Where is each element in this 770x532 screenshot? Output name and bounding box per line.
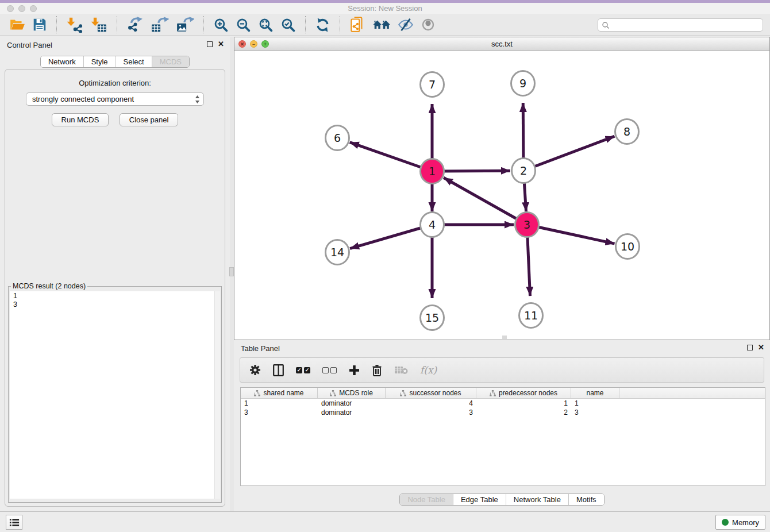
- tab-network[interactable]: Network: [41, 56, 83, 67]
- column-header-successor-nodes[interactable]: successor nodes: [386, 388, 476, 398]
- cell-predecessor-nodes[interactable]: 1: [476, 399, 571, 408]
- export-network-button[interactable]: [123, 15, 147, 34]
- column-label: shared name: [263, 389, 303, 397]
- mcds-panel-body: Optimization criterion: strongly connect…: [5, 69, 225, 507]
- graph-edge-3-1[interactable]: [444, 178, 527, 225]
- mcds-result-scrollbar[interactable]: [214, 291, 220, 499]
- close-table-panel-icon[interactable]: ✕: [758, 344, 764, 351]
- export-table-icon: [151, 17, 169, 33]
- cell-shared-name[interactable]: 3: [241, 408, 318, 417]
- graph-edge-3-10[interactable]: [527, 225, 615, 244]
- deselect-all-columns-button[interactable]: [322, 367, 337, 373]
- canvas-scroll-thumb[interactable]: [502, 336, 507, 339]
- network-canvas[interactable]: 1234678910111415: [234, 51, 769, 340]
- graph-node-label: 4: [429, 218, 436, 231]
- splitter-handle[interactable]: [229, 267, 234, 276]
- network-window-titlebar[interactable]: ✕ – + scc.txt: [234, 37, 769, 51]
- hide-selected-button[interactable]: [394, 15, 417, 34]
- search-input[interactable]: [610, 20, 763, 30]
- graph-node-label: 1: [429, 165, 436, 178]
- tab-node-table[interactable]: Node Table: [400, 494, 453, 505]
- cell-successor-nodes[interactable]: 3: [386, 408, 476, 417]
- checked-box-icon: ✓: [296, 367, 302, 373]
- memory-status-icon: [722, 519, 729, 526]
- graph-node-4[interactable]: 4: [421, 213, 444, 237]
- cell-shared-name[interactable]: 1: [241, 399, 318, 408]
- column-header-shared-name[interactable]: shared name: [241, 388, 318, 398]
- column-layout-button[interactable]: [273, 364, 284, 376]
- float-table-panel-icon[interactable]: [747, 345, 753, 350]
- graph-node-label: 14: [330, 246, 344, 259]
- open-session-button[interactable]: [6, 15, 29, 34]
- run-mcds-button[interactable]: Run MCDS: [52, 113, 109, 126]
- cell-successor-nodes[interactable]: 4: [386, 399, 476, 408]
- column-label: predecessor nodes: [499, 389, 557, 397]
- tab-select[interactable]: Select: [116, 56, 152, 67]
- delete-table-button[interactable]: [394, 365, 408, 375]
- table-settings-button[interactable]: [249, 364, 261, 376]
- zoom-fit-button[interactable]: [255, 15, 277, 34]
- criterion-dropdown[interactable]: strongly connected component: [26, 92, 204, 106]
- import-table-button[interactable]: [87, 15, 111, 34]
- cell-mcds-role[interactable]: dominator: [318, 399, 386, 408]
- apply-preferred-layout-button[interactable]: [311, 15, 334, 34]
- mcds-result-list[interactable]: 1 3: [10, 291, 220, 499]
- table-row[interactable]: 3 dominator 3 2 3: [241, 408, 765, 417]
- graph-node-6[interactable]: 6: [326, 126, 349, 151]
- cell-name[interactable]: 3: [571, 408, 619, 417]
- export-table-button[interactable]: [147, 15, 172, 34]
- tab-edge-table[interactable]: Edge Table: [453, 494, 506, 505]
- graph-node-15[interactable]: 15: [421, 306, 444, 330]
- attribute-type-icon: [490, 390, 496, 396]
- save-session-button[interactable]: [29, 15, 51, 34]
- add-column-button[interactable]: [349, 365, 360, 376]
- panel-splitter[interactable]: [230, 37, 234, 511]
- show-all-networks-button[interactable]: [369, 15, 394, 34]
- column-header-mcds-role[interactable]: MCDS role: [318, 388, 386, 398]
- export-image-button[interactable]: [172, 15, 198, 34]
- graph-node-8[interactable]: 8: [615, 119, 639, 144]
- memory-button[interactable]: Memory: [715, 515, 765, 530]
- select-all-columns-button[interactable]: ✓ ✓: [296, 367, 310, 373]
- graph-edge-4-14[interactable]: [350, 225, 432, 249]
- import-network-button[interactable]: [63, 15, 87, 34]
- close-panel-button[interactable]: Close panel: [120, 113, 179, 126]
- mcds-result-fieldset: MCDS result (2 nodes) 1 3: [8, 282, 222, 503]
- graph-node-1[interactable]: 1: [421, 159, 444, 184]
- delete-column-button[interactable]: [372, 364, 382, 376]
- graph-edge-1-6[interactable]: [350, 142, 432, 171]
- optimization-criterion-label: Optimization criterion:: [5, 79, 225, 87]
- graph-node-3[interactable]: 3: [515, 213, 539, 237]
- float-panel-icon[interactable]: [207, 41, 213, 47]
- search-field[interactable]: [598, 18, 763, 32]
- graph-node-10[interactable]: 10: [616, 234, 640, 259]
- zoom-out-button[interactable]: [232, 15, 255, 34]
- show-hidden-button[interactable]: [417, 15, 439, 34]
- export-image-icon: [176, 17, 194, 33]
- cell-predecessor-nodes[interactable]: 2: [476, 408, 571, 417]
- column-header-name[interactable]: name: [571, 388, 619, 398]
- cell-name[interactable]: 1: [571, 399, 619, 408]
- tab-mcds[interactable]: MCDS: [152, 56, 189, 67]
- graph-node-9[interactable]: 9: [511, 71, 535, 96]
- graph-node-14[interactable]: 14: [326, 240, 349, 265]
- graph-node-11[interactable]: 11: [519, 303, 543, 328]
- plus-icon: [349, 365, 360, 376]
- close-panel-icon[interactable]: ✕: [218, 41, 224, 48]
- graph-node-7[interactable]: 7: [421, 72, 444, 97]
- function-builder-button[interactable]: f(x): [420, 364, 437, 376]
- graph-node-2[interactable]: 2: [512, 159, 536, 183]
- unchecked-box-icon: [330, 367, 337, 373]
- clone-network-button[interactable]: [346, 15, 369, 34]
- tab-motifs[interactable]: Motifs: [568, 494, 604, 505]
- show-panels-button[interactable]: [6, 515, 22, 530]
- graph-edge-2-8[interactable]: [523, 136, 614, 171]
- column-header-predecessor-nodes[interactable]: predecessor nodes: [476, 388, 571, 398]
- table-panel-title: Table Panel: [241, 344, 280, 353]
- table-row[interactable]: 1 dominator 4 1 1: [241, 399, 765, 408]
- cell-mcds-role[interactable]: dominator: [318, 408, 386, 417]
- zoom-selected-button[interactable]: [277, 15, 299, 34]
- tab-style[interactable]: Style: [83, 56, 116, 67]
- tab-network-table[interactable]: Network Table: [506, 494, 568, 505]
- zoom-in-button[interactable]: [210, 15, 232, 34]
